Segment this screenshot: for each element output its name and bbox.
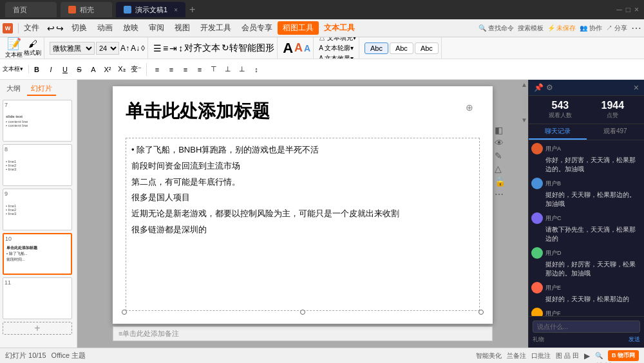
- comment-btn[interactable]: 口批注: [531, 351, 551, 360]
- canvas-eye-icon[interactable]: 👁: [495, 138, 506, 148]
- bullet-btn[interactable]: ☰: [153, 43, 162, 53]
- slide-thumb-9[interactable]: 9 • line1• line2• line3: [3, 189, 72, 230]
- menu-playback[interactable]: 放映: [118, 21, 144, 35]
- slide-canvas[interactable]: 单击此处添加标题 ⊕ • 除了飞船，BNBH算跑路，别的游戏也是半死不活 前段时…: [113, 86, 493, 324]
- slide-thumb-8[interactable]: 8 • line1• line2• line3: [3, 144, 72, 186]
- font-size-select[interactable]: 24: [96, 42, 119, 55]
- slide-title[interactable]: 单击此处添加标题: [126, 99, 480, 124]
- spacing-btn[interactable]: ↕: [178, 43, 183, 53]
- play-btn[interactable]: ▶: [584, 351, 590, 360]
- canvas-edit-icon[interactable]: ✎: [495, 151, 506, 161]
- align-bottom-btn[interactable]: ⊥: [236, 63, 249, 76]
- notes-btn[interactable]: 兰备注: [507, 351, 526, 360]
- zoom-btn[interactable]: 🔍: [595, 352, 603, 359]
- slide-content-area[interactable]: • 除了飞船，BNBH算跑路，别的游戏也是半死不活 前段时间资金回流到主流市场 …: [126, 138, 480, 311]
- align-left-btn[interactable]: ≡: [151, 63, 164, 76]
- font-name-select[interactable]: 微软雅黑: [50, 42, 95, 55]
- chat-settings-icon[interactable]: ⚙: [546, 83, 553, 92]
- maximize-button[interactable]: □: [626, 5, 630, 14]
- canvas-layers-icon[interactable]: ◧: [495, 125, 506, 135]
- slide-thumb-7[interactable]: 7 slide text • content line• content lin…: [3, 100, 72, 142]
- indent-btn[interactable]: ⇥: [169, 43, 177, 53]
- close-window-button[interactable]: ×: [634, 5, 639, 14]
- abc-btn-3[interactable]: Abc: [415, 42, 439, 54]
- italic-btn[interactable]: I: [44, 63, 57, 76]
- strikethrough-btn[interactable]: S: [73, 63, 86, 76]
- align-middle-btn[interactable]: ⊥: [222, 63, 234, 76]
- resize-handle-bm[interactable]: [300, 310, 305, 315]
- text-fill-btn[interactable]: △ 文本填充▾: [319, 37, 356, 42]
- chat-input[interactable]: [533, 321, 640, 333]
- scroll-handle[interactable]: [522, 89, 527, 115]
- tab-slides[interactable]: 幻灯片: [27, 82, 56, 96]
- search-template[interactable]: 搜索模板: [518, 24, 544, 33]
- text-box-btn[interactable]: 📝 文本框: [5, 37, 23, 59]
- superscript-btn[interactable]: X²: [101, 63, 114, 76]
- align-text-btn[interactable]: 对齐文本: [184, 42, 220, 54]
- canvas-lock-icon[interactable]: 🔒: [495, 176, 506, 187]
- scroll-up-btn[interactable]: ▲: [521, 81, 527, 88]
- clear-format-btn[interactable]: ◊: [141, 44, 145, 53]
- menu-dev[interactable]: 开发工具: [195, 21, 236, 35]
- tab-outline[interactable]: 大纲: [3, 82, 24, 96]
- text-style-a1[interactable]: A: [283, 40, 293, 57]
- tab-presentation[interactable]: 演示文稿1 ×: [116, 2, 185, 17]
- menu-view2[interactable]: 视图: [169, 21, 195, 35]
- smart-beautify-btn[interactable]: 智能美化: [476, 351, 502, 360]
- format-btn[interactable]: 🖌 格式刷: [24, 39, 41, 57]
- font-grow-btn[interactable]: A↑: [120, 44, 129, 53]
- abc-btn-1[interactable]: Abc: [365, 42, 388, 54]
- text-style-a2[interactable]: A: [294, 41, 303, 55]
- scroll-down-btn[interactable]: ▼: [521, 116, 527, 124]
- chat-tab-viewers[interactable]: 观看497: [587, 124, 645, 140]
- more-btn[interactable]: ⋯: [631, 22, 641, 34]
- subscript-btn[interactable]: X₂: [115, 63, 128, 76]
- toolbar-redo[interactable]: ↪: [56, 23, 64, 33]
- align-center-btn[interactable]: ≡: [165, 63, 178, 76]
- canvas-more-icon[interactable]: ⋯: [495, 189, 506, 200]
- brand-badge[interactable]: B 物币网: [608, 350, 639, 361]
- align-top-btn[interactable]: ⊤: [207, 63, 220, 76]
- text-style-a3[interactable]: A: [304, 43, 310, 53]
- underline-btn[interactable]: U: [59, 63, 71, 76]
- minimize-button[interactable]: ─: [616, 5, 622, 14]
- justify-btn[interactable]: ≡: [193, 63, 206, 76]
- add-slide-button[interactable]: +: [3, 322, 72, 335]
- menu-review[interactable]: 审阅: [144, 21, 169, 35]
- send-btn[interactable]: 发送: [629, 335, 640, 344]
- slide-thumb-11[interactable]: 11: [3, 277, 72, 319]
- gift-btn[interactable]: 礼物: [533, 335, 544, 344]
- note-bar[interactable]: ≡ 单击此处添加备注: [113, 326, 493, 341]
- menu-view[interactable]: 切换: [66, 21, 92, 35]
- align-right-btn[interactable]: ≡: [179, 63, 192, 76]
- menu-text-tool[interactable]: 文本工具: [319, 21, 360, 35]
- menu-daotu[interactable]: 稻图工具: [278, 21, 319, 35]
- resize-handle-br[interactable]: [478, 310, 484, 315]
- abc-btn-2[interactable]: Abc: [390, 42, 413, 54]
- chat-close-btn[interactable]: ×: [634, 82, 639, 93]
- menu-member[interactable]: 会员专享: [236, 21, 278, 35]
- menu-animation[interactable]: 动画: [92, 21, 118, 35]
- add-tab-button[interactable]: +: [189, 4, 195, 15]
- bold-btn[interactable]: B: [30, 63, 43, 76]
- search-command[interactable]: 🔍 查找命令: [478, 24, 514, 33]
- font-shrink-btn[interactable]: A↓: [131, 44, 140, 53]
- share-btn[interactable]: ↗ 分享: [606, 24, 627, 33]
- canvas-shape-icon[interactable]: △: [495, 163, 506, 174]
- tab-close-icon[interactable]: ×: [174, 6, 178, 14]
- line-height-btn[interactable]: ↕: [250, 63, 263, 76]
- tab-home[interactable]: 首页: [5, 2, 57, 17]
- toolbar-undo[interactable]: ↩: [47, 23, 55, 33]
- cooperate-btn[interactable]: 👥 协作: [580, 24, 602, 33]
- resize-handle-bl[interactable]: [122, 310, 127, 315]
- text-effect-btn[interactable]: A 文本效果▾: [319, 54, 356, 60]
- menu-file[interactable]: 文件: [19, 21, 44, 35]
- tab-daoke[interactable]: 稻壳: [61, 2, 112, 17]
- char-spacing-btn[interactable]: 变⁻: [129, 63, 142, 76]
- convert-shape-btn[interactable]: ↻转智能图形: [222, 42, 274, 54]
- save-btn[interactable]: ⚡ 未保存: [547, 24, 576, 33]
- font-color-btn[interactable]: A: [87, 63, 100, 76]
- chat-tab-history[interactable]: 聊天记录: [529, 124, 587, 140]
- chat-pin-icon[interactable]: 📌: [534, 83, 544, 92]
- text-outline-btn[interactable]: A 文本轮廓▾: [319, 44, 356, 53]
